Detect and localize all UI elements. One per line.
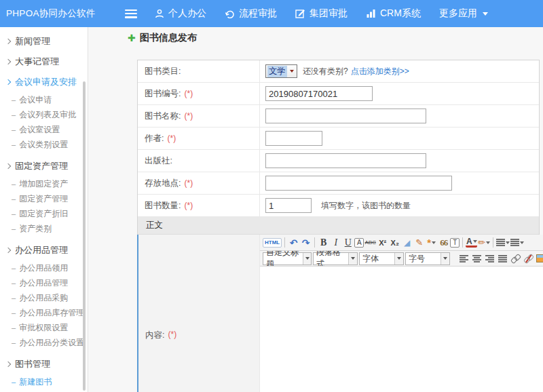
- sidebar-item-会议室设置[interactable]: –会议室设置: [0, 122, 88, 137]
- publisher-input[interactable]: [265, 153, 426, 168]
- sidebar-item-办公用品领用[interactable]: –办公用品领用: [0, 260, 88, 275]
- body-section-header: 正文: [138, 217, 539, 235]
- sidebar-item-办公用品分类设置[interactable]: –办公用品分类设置: [0, 335, 88, 350]
- color-wand-button[interactable]: *: [426, 237, 437, 249]
- slash-mark: [525, 254, 531, 262]
- custom-title-select[interactable]: 自定义标题: [263, 252, 312, 265]
- sidebar-group-固定资产管理[interactable]: 固定资产管理: [0, 156, 88, 176]
- sidebar-item-办公用品采购[interactable]: –办公用品采购: [0, 290, 88, 305]
- form-row-book-name: 图书名称:(*): [138, 105, 539, 128]
- html-source-button[interactable]: HTML: [263, 238, 282, 248]
- sidebar-item-label: 增加固定资产: [19, 178, 68, 190]
- redo-button[interactable]: ↷: [300, 237, 312, 249]
- ordered-list-button-icon: [496, 239, 505, 246]
- sidebar-item-资产类别[interactable]: –资产类别: [0, 221, 88, 236]
- book-name-input[interactable]: [265, 109, 426, 123]
- required-mark: (*): [184, 178, 193, 188]
- sidebar-item-固定资产管理[interactable]: –固定资产管理: [0, 191, 88, 206]
- bold-button[interactable]: B: [318, 237, 329, 249]
- sidebar-item-label: 会议类别设置: [19, 139, 68, 151]
- topnav-item-workflow-approval[interactable]: 流程审批: [225, 7, 277, 20]
- hamburger-menu-icon[interactable]: [125, 9, 137, 18]
- caret-down-icon: [473, 240, 477, 243]
- sidebar-item-审批权限设置[interactable]: –审批权限设置: [0, 320, 88, 335]
- form-value-cell: [260, 176, 539, 191]
- sidebar-item-办公用品管理[interactable]: –办公用品管理: [0, 275, 88, 290]
- font-size-select-value: 字号: [409, 253, 425, 264]
- unordered-list-button-icon: [510, 239, 519, 246]
- align-justify-button[interactable]: [497, 252, 508, 264]
- topnav-item-label: 更多应用: [439, 7, 477, 20]
- font-size-select[interactable]: 字号: [405, 252, 450, 265]
- sidebar-item-label: 资产类别: [19, 223, 52, 235]
- font-color-button[interactable]: A: [466, 237, 477, 248]
- topnav-item-group-approval[interactable]: 集团审批: [295, 7, 348, 20]
- underline-button[interactable]: U: [342, 237, 354, 249]
- font-style-box-button[interactable]: A: [354, 238, 364, 248]
- sidebar-item-会议类别设置[interactable]: –会议类别设置: [0, 137, 88, 152]
- italic-button[interactable]: I: [330, 237, 341, 249]
- sidebar-item-label: 会议列表及审批: [19, 109, 76, 121]
- undo-button[interactable]: ↶: [288, 237, 299, 249]
- strikethrough-button[interactable]: ABC: [364, 237, 376, 249]
- align-left-button[interactable]: [458, 252, 470, 264]
- sidebar-group-新闻管理[interactable]: 新闻管理: [0, 31, 88, 52]
- sidebar-item-办公用品库存管理[interactable]: –办公用品库存管理: [0, 305, 88, 320]
- sidebar-group-图书管理[interactable]: 图书管理: [0, 354, 88, 374]
- dash-icon: –: [12, 195, 16, 203]
- eraser-button[interactable]: ◢: [401, 237, 413, 249]
- author-input[interactable]: [265, 131, 322, 146]
- sidebar-item-固定资产折旧[interactable]: –固定资产折旧: [0, 206, 88, 221]
- storage-location-input[interactable]: [265, 176, 452, 191]
- subscript-button[interactable]: X₂: [389, 237, 400, 249]
- dash-icon: –: [12, 279, 16, 287]
- highlight-button[interactable]: ✏: [478, 237, 490, 249]
- sidebar-item-增加固定资产[interactable]: –增加固定资产: [0, 176, 88, 191]
- unlink-button-icon: [524, 254, 533, 262]
- paragraph-format-select[interactable]: 段落格式: [313, 252, 358, 265]
- paragraph-format-select-value: 段落格式: [316, 251, 348, 267]
- book-number-input[interactable]: [265, 86, 373, 101]
- caret-down-icon: [394, 253, 403, 264]
- sidebar-item-会议申请[interactable]: –会议申请: [0, 92, 88, 107]
- paste-text-button[interactable]: T: [450, 238, 460, 248]
- sidebar-group-大事记管理[interactable]: 大事记管理: [0, 52, 88, 72]
- align-center-button[interactable]: [471, 252, 483, 264]
- sidebar-item-会议列表及审批[interactable]: –会议列表及审批: [0, 107, 88, 122]
- form-row-author: 作者:(*): [138, 128, 539, 150]
- dash-icon: –: [12, 309, 16, 317]
- form-row-book-quantity: 图书数量:(*)填写数字，该图书的数量: [138, 195, 539, 217]
- unordered-list-button[interactable]: [510, 237, 524, 249]
- superscript-button[interactable]: X²: [377, 237, 388, 249]
- font-family-select[interactable]: 字体: [359, 252, 404, 265]
- add-category-link[interactable]: 点击添加类别>>: [351, 66, 409, 77]
- book-quantity-input[interactable]: [265, 198, 312, 213]
- sidebar-scrollbar[interactable]: [83, 81, 86, 391]
- insert-image-button[interactable]: [536, 252, 543, 264]
- form-label-cell: 出版社:: [138, 150, 260, 172]
- caret-down-icon: [483, 12, 488, 16]
- form-row-book-number: 图书编号:(*): [138, 83, 539, 105]
- unlink-button[interactable]: [523, 252, 534, 264]
- sidebar-item-新建图书[interactable]: –新建图书: [0, 374, 88, 389]
- sidebar-group-会议申请及安排[interactable]: 会议申请及安排: [0, 72, 88, 92]
- sidebar-item-图书管理[interactable]: –图书管理: [0, 389, 88, 392]
- blockquote-button[interactable]: 66: [438, 237, 449, 249]
- link-button[interactable]: [510, 252, 521, 264]
- app-logo: PHPOA协同办公软件: [0, 7, 119, 20]
- category-select[interactable]: 文学: [265, 64, 297, 78]
- editor-content-area[interactable]: [260, 267, 543, 392]
- topnav-item-personal-office[interactable]: 个人办公: [155, 7, 206, 20]
- link-button-icon: [511, 254, 521, 262]
- sidebar-group-办公用品管理[interactable]: 办公用品管理: [0, 240, 88, 260]
- format-brush-button[interactable]: ✎: [413, 237, 425, 249]
- ordered-list-button[interactable]: [496, 237, 510, 249]
- caret-down-icon: [506, 241, 510, 244]
- main-content: ✚ 图书信息发布 图书类目:文学还没有类别?点击添加类别>>图书编号:(*)图书…: [89, 27, 543, 392]
- sidebar-item-label: 审批权限设置: [19, 322, 68, 334]
- align-right-button[interactable]: [484, 252, 495, 264]
- topnav-item-more-apps[interactable]: 更多应用: [439, 7, 488, 20]
- form-value-cell: [260, 109, 539, 123]
- caret-down-icon: [348, 253, 357, 264]
- topnav-item-crm-system[interactable]: CRM系统: [366, 7, 421, 20]
